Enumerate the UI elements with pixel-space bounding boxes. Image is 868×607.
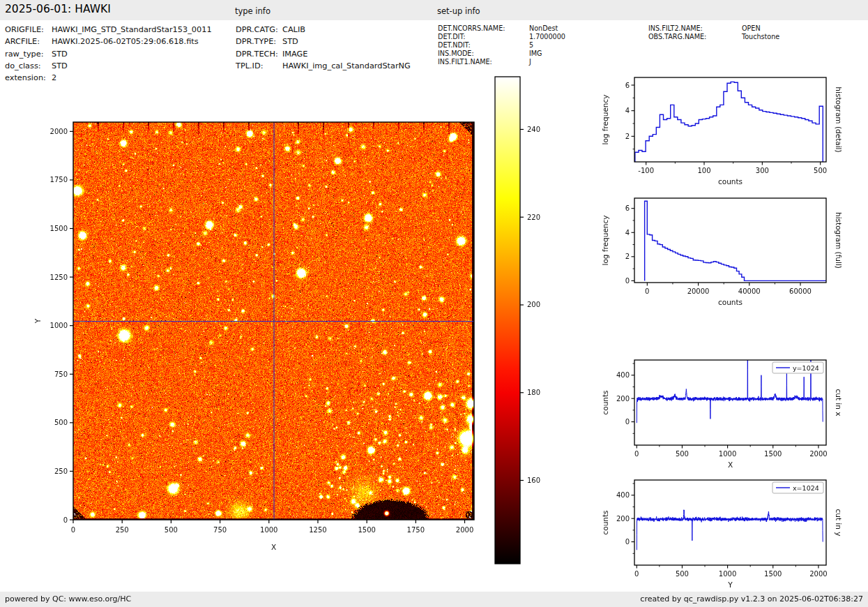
plots-overlay: 0250500750100012501500175020000250500750… — [0, 0, 868, 607]
chart-line-cut_y — [637, 510, 823, 550]
svg-text:0: 0 — [634, 570, 639, 578]
right-label-hist_detail: histogram (detail) — [835, 87, 843, 152]
svg-text:0: 0 — [625, 277, 630, 285]
svg-text:60000: 60000 — [789, 287, 812, 295]
svg-text:750: 750 — [54, 370, 68, 378]
svg-text:2000: 2000 — [809, 570, 827, 578]
ylabel-cut_x: counts — [601, 390, 609, 414]
svg-text:1250: 1250 — [309, 526, 326, 534]
svg-text:x=1024: x=1024 — [793, 484, 819, 492]
svg-text:500: 500 — [676, 450, 689, 458]
svg-text:100: 100 — [697, 167, 710, 174]
svg-text:0: 0 — [634, 450, 639, 458]
svg-text:500: 500 — [54, 419, 68, 426]
svg-text:250: 250 — [54, 467, 68, 475]
svg-text:20000: 20000 — [687, 287, 710, 295]
svg-text:400: 400 — [616, 491, 630, 499]
chart-cut_x: 05001000150020000200400Xcountscut in xy=… — [601, 340, 843, 469]
xlabel-hist_detail: counts — [718, 177, 743, 186]
chart-hist_full: 02000040000600000246countslog frequencyh… — [601, 198, 843, 306]
right-label-cut_x: cut in x — [835, 389, 843, 416]
svg-text:6: 6 — [625, 204, 630, 212]
svg-text:2000: 2000 — [50, 128, 68, 135]
svg-text:1000: 1000 — [50, 322, 68, 329]
ylabel-cut_y: counts — [601, 510, 609, 534]
legend-cut_x: y=1024 — [772, 362, 823, 373]
svg-text:2000: 2000 — [809, 450, 827, 458]
svg-text:1500: 1500 — [50, 225, 68, 232]
svg-text:180: 180 — [527, 389, 540, 396]
main-image-ylabel: Y — [33, 318, 42, 324]
svg-text:1750: 1750 — [407, 526, 425, 534]
right-label-cut_y: cut in y — [835, 509, 843, 536]
ylabel-hist_full: log frequency — [601, 215, 609, 265]
svg-text:0: 0 — [625, 538, 630, 546]
svg-text:500: 500 — [165, 526, 178, 534]
xlabel-hist_full: counts — [718, 298, 743, 306]
svg-text:1250: 1250 — [50, 273, 68, 281]
svg-text:1500: 1500 — [358, 526, 375, 534]
legend-cut_y: x=1024 — [772, 482, 823, 493]
svg-text:y=1024: y=1024 — [793, 364, 819, 372]
svg-text:750: 750 — [213, 526, 227, 534]
svg-text:4: 4 — [625, 107, 630, 114]
svg-text:40000: 40000 — [738, 287, 761, 295]
svg-text:1750: 1750 — [50, 176, 68, 183]
colorbar: 160180200220240 — [495, 77, 540, 564]
svg-text:1500: 1500 — [764, 570, 782, 578]
svg-text:2: 2 — [625, 133, 630, 140]
svg-text:220: 220 — [527, 213, 540, 221]
svg-text:200: 200 — [616, 515, 630, 523]
svg-text:6: 6 — [625, 82, 630, 89]
ylabel-hist_detail: log frequency — [601, 94, 609, 144]
svg-text:0: 0 — [63, 516, 68, 524]
svg-text:2: 2 — [625, 253, 630, 260]
svg-text:1000: 1000 — [260, 526, 277, 534]
svg-text:1500: 1500 — [764, 450, 782, 458]
svg-text:0: 0 — [645, 287, 649, 295]
svg-text:0: 0 — [625, 418, 630, 426]
xlabel-cut_y: Y — [727, 580, 733, 589]
main-image-axes: 0250500750100012501500175020000250500750… — [33, 122, 474, 551]
svg-text:1000: 1000 — [719, 450, 736, 458]
footer-bar: powered by QC: www.eso.org/HC created by… — [0, 592, 868, 607]
chart-hist_detail: -100100300500246countslog frequencyhisto… — [601, 77, 843, 186]
svg-text:200: 200 — [616, 395, 630, 403]
svg-text:500: 500 — [814, 167, 827, 174]
svg-text:2000: 2000 — [456, 526, 473, 534]
svg-text:0: 0 — [71, 526, 75, 534]
qc-report-page: 2025-06-01: HAWKI type info set-up info … — [0, 0, 868, 607]
footer-powered-by: powered by QC: www.eso.org/HC — [5, 592, 131, 607]
svg-text:240: 240 — [527, 126, 540, 133]
footer-created-by: created by qc_rawdisp.py v1.2.3 on 2025-… — [640, 592, 863, 607]
chart-line-hist_detail — [635, 82, 823, 162]
chart-line-hist_full — [645, 201, 826, 280]
svg-text:250: 250 — [116, 526, 129, 534]
main-image-xlabel: X — [271, 543, 276, 551]
svg-text:4: 4 — [625, 229, 630, 237]
svg-text:200: 200 — [527, 301, 540, 308]
svg-text:1000: 1000 — [719, 570, 736, 578]
svg-text:500: 500 — [676, 570, 689, 578]
svg-text:-100: -100 — [638, 167, 654, 174]
chart-cut_y: 05001000150020000200400Ycountscut in yx=… — [601, 480, 843, 589]
svg-text:400: 400 — [616, 371, 630, 379]
right-label-hist_full: histogram (full) — [835, 212, 843, 269]
chart-line-cut_x — [637, 340, 823, 424]
svg-text:300: 300 — [756, 167, 769, 174]
svg-text:160: 160 — [527, 477, 540, 484]
xlabel-cut_x: X — [728, 460, 733, 469]
